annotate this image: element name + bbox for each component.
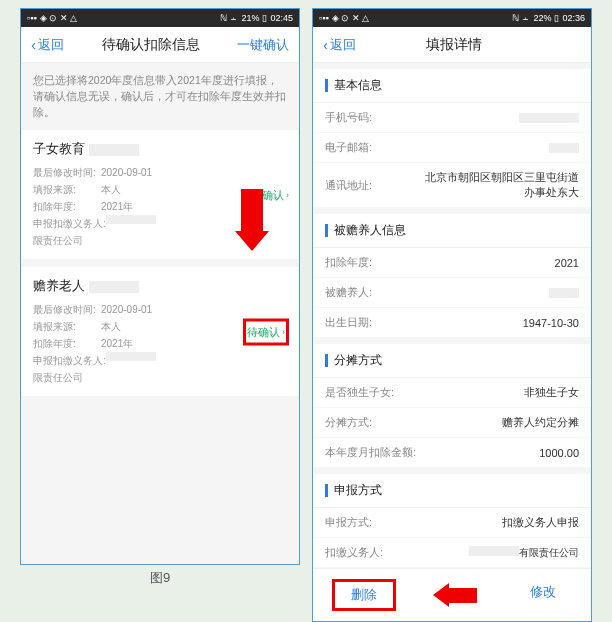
field-value: 2021年	[101, 198, 133, 215]
field-label: 最后修改时间:	[33, 164, 101, 181]
back-label: 返回	[38, 36, 64, 54]
modify-button[interactable]: 修改	[514, 579, 572, 611]
field-label: 最后修改时间:	[33, 301, 101, 318]
confirm-all-button[interactable]: 一键确认	[237, 36, 289, 54]
section-header: 申报方式	[313, 474, 591, 508]
field-value: 本人	[101, 318, 121, 335]
signal-icon: ▫▪▪	[319, 13, 329, 23]
info-row: 手机号码:	[313, 103, 591, 133]
field-label: 申报扣缴义务人:	[33, 215, 106, 232]
page-title: 待确认扣除信息	[102, 36, 200, 54]
info-row: 通讯地址:北京市朝阳区朝阳区三里屯街道办事处东大	[313, 163, 591, 208]
wifi-icon: ◈ ⊙ ✕ △	[40, 13, 78, 23]
mask-icon	[106, 215, 156, 224]
nfc-icon: ℕ ⫠	[512, 13, 531, 23]
battery-icon: ▯	[554, 13, 559, 23]
time-text: 02:36	[562, 13, 585, 23]
mask-icon	[549, 143, 579, 153]
content: 您已选择将2020年度信息带入2021年度进行填报，请确认信息无误，确认后，才可…	[21, 63, 299, 564]
field-value: 本人	[101, 181, 121, 198]
info-row: 出生日期:1947-10-30	[313, 308, 591, 338]
info-row: 扣缴义务人:有限责任公司	[313, 538, 591, 568]
chevron-left-icon: ‹	[31, 36, 36, 53]
chevron-left-icon: ‹	[323, 36, 328, 53]
content: 基本信息 手机号码: 电子邮箱: 通讯地址:北京市朝阳区朝阳区三里屯街道办事处东…	[313, 63, 591, 568]
mask-icon	[89, 281, 139, 293]
mask-icon	[549, 288, 579, 298]
section-header: 被赡养人信息	[313, 214, 591, 248]
section-header: 分摊方式	[313, 344, 591, 378]
info-row: 电子邮箱:	[313, 133, 591, 163]
phone-left: ▫▪▪ ◈ ⊙ ✕ △ ℕ ⫠ 21% ▯ 02:45 ‹ 返回 待确认扣除信息…	[20, 8, 300, 565]
info-row: 申报方式:扣缴义务人申报	[313, 508, 591, 538]
info-row: 扣除年度:2021	[313, 248, 591, 278]
card-title: 子女教育	[33, 140, 287, 158]
annotation-arrow-left	[433, 579, 477, 611]
status-right: ℕ ⫠ 21% ▯ 02:45	[220, 13, 293, 23]
figure-caption: 图9	[150, 569, 170, 587]
field-label: 填报来源:	[33, 318, 101, 335]
mask-icon	[519, 113, 579, 123]
bottom-bar: 删除 修改	[313, 568, 591, 621]
back-button[interactable]: ‹ 返回	[323, 36, 356, 54]
battery-icon: ▯	[262, 13, 267, 23]
field-value: 2020-09-01	[101, 301, 152, 318]
mask-icon	[106, 352, 156, 361]
info-row: 是否独生子女:非独生子女	[313, 378, 591, 408]
delete-button[interactable]: 删除	[332, 579, 396, 611]
field-value: 2021年	[101, 335, 133, 352]
field-label: 填报来源:	[33, 181, 101, 198]
page-title: 填报详情	[426, 36, 482, 54]
navbar: ‹ 返回 填报详情	[313, 27, 591, 63]
field-label: 扣除年度:	[33, 198, 101, 215]
battery-text: 21%	[241, 13, 259, 23]
wifi-icon: ◈ ⊙ ✕ △	[332, 13, 370, 23]
info-row: 被赡养人:	[313, 278, 591, 308]
mask-icon	[89, 144, 139, 156]
deduction-card[interactable]: 赡养老人 最后修改时间:2020-09-01 填报来源:本人 扣除年度:2021…	[21, 267, 299, 396]
info-row: 分摊方式:赡养人约定分摊	[313, 408, 591, 438]
statusbar: ▫▪▪ ◈ ⊙ ✕ △ ℕ ⫠ 21% ▯ 02:45	[21, 9, 299, 27]
statusbar: ▫▪▪ ◈ ⊙ ✕ △ ℕ ⫠ 22% ▯ 02:36	[313, 9, 591, 27]
confirm-tag-highlighted[interactable]: 待确认›	[243, 318, 289, 345]
time-text: 02:45	[270, 13, 293, 23]
status-left: ▫▪▪ ◈ ⊙ ✕ △	[319, 13, 369, 23]
phone-right: ▫▪▪ ◈ ⊙ ✕ △ ℕ ⫠ 22% ▯ 02:36 ‹ 返回 填报详情 基本…	[312, 8, 592, 622]
info-row: 本年度月扣除金额:1000.00	[313, 438, 591, 468]
section-header: 基本信息	[313, 69, 591, 103]
status-left: ▫▪▪ ◈ ⊙ ✕ △	[27, 13, 77, 23]
signal-icon: ▫▪▪	[27, 13, 37, 23]
field-label: 限责任公司	[33, 369, 101, 386]
navbar: ‹ 返回 待确认扣除信息 一键确认	[21, 27, 299, 63]
chevron-right-icon: ›	[286, 190, 289, 200]
field-label: 扣除年度:	[33, 335, 101, 352]
battery-text: 22%	[533, 13, 551, 23]
card-title: 赡养老人	[33, 277, 287, 295]
mask-icon	[469, 546, 519, 556]
back-label: 返回	[330, 36, 356, 54]
nfc-icon: ℕ ⫠	[220, 13, 239, 23]
chevron-right-icon: ›	[282, 327, 285, 337]
status-right: ℕ ⫠ 22% ▯ 02:36	[512, 13, 585, 23]
back-button[interactable]: ‹ 返回	[31, 36, 64, 54]
field-label: 申报扣缴义务人:	[33, 352, 106, 369]
annotation-arrow-down	[241, 189, 269, 251]
notice-text: 您已选择将2020年度信息带入2021年度进行填报，请确认信息无误，确认后，才可…	[21, 63, 299, 130]
field-label: 限责任公司	[33, 232, 101, 249]
field-value: 2020-09-01	[101, 164, 152, 181]
